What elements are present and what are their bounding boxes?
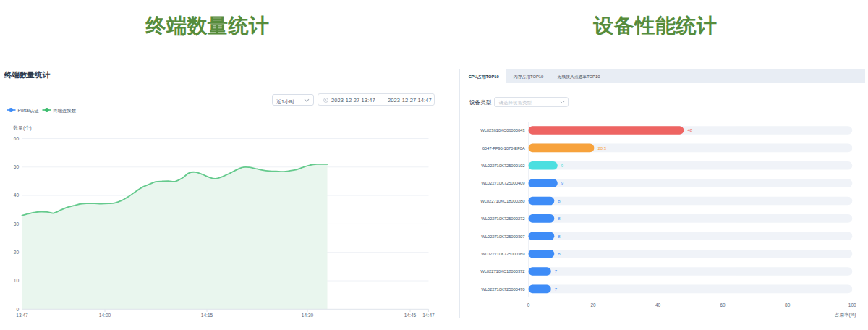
svg-text:40: 40 bbox=[655, 302, 661, 308]
svg-text:20: 20 bbox=[590, 302, 596, 308]
svg-text:60: 60 bbox=[720, 302, 726, 308]
svg-text:0: 0 bbox=[527, 302, 530, 308]
svg-text:WL022710K725000307: WL022710K725000307 bbox=[481, 234, 525, 239]
svg-text:20.3: 20.3 bbox=[597, 146, 606, 151]
svg-text:14:15: 14:15 bbox=[201, 313, 213, 318]
svg-text:13:47: 13:47 bbox=[16, 313, 28, 318]
svg-text:WL023610KC06000043: WL023610KC06000043 bbox=[480, 128, 525, 132]
svg-text:40: 40 bbox=[14, 192, 20, 198]
svg-text:10: 10 bbox=[14, 278, 20, 283]
svg-text:14:00: 14:00 bbox=[99, 313, 111, 318]
svg-text:50: 50 bbox=[14, 164, 20, 169]
svg-text:WL022710KC18000280: WL022710KC18000280 bbox=[480, 199, 525, 203]
svg-text:WL022710K725000102: WL022710K725000102 bbox=[481, 164, 525, 168]
svg-text:6047-FF96-1070-EF0A: 6047-FF96-1070-EF0A bbox=[482, 146, 525, 151]
svg-text:WL022710K725000369: WL022710K725000369 bbox=[481, 252, 525, 256]
svg-text:60: 60 bbox=[14, 136, 20, 141]
svg-text:占用率(%): 占用率(%) bbox=[835, 312, 856, 318]
svg-text:14:45: 14:45 bbox=[404, 313, 417, 318]
svg-text:14:47: 14:47 bbox=[422, 313, 435, 318]
svg-text:WL022710KC18000372: WL022710KC18000372 bbox=[480, 269, 525, 274]
svg-text:20: 20 bbox=[14, 250, 20, 255]
svg-text:14:30: 14:30 bbox=[302, 313, 314, 318]
svg-text:0: 0 bbox=[16, 307, 19, 312]
svg-text:80: 80 bbox=[785, 302, 791, 308]
svg-text:WL022710K725000470: WL022710K725000470 bbox=[481, 287, 525, 292]
svg-text:30: 30 bbox=[14, 221, 20, 227]
svg-text:WL022710K725000409: WL022710K725000409 bbox=[481, 181, 525, 185]
svg-text:WL022710K725000272: WL022710K725000272 bbox=[481, 216, 525, 221]
svg-text:48: 48 bbox=[687, 128, 692, 132]
svg-text:100: 100 bbox=[848, 302, 856, 308]
